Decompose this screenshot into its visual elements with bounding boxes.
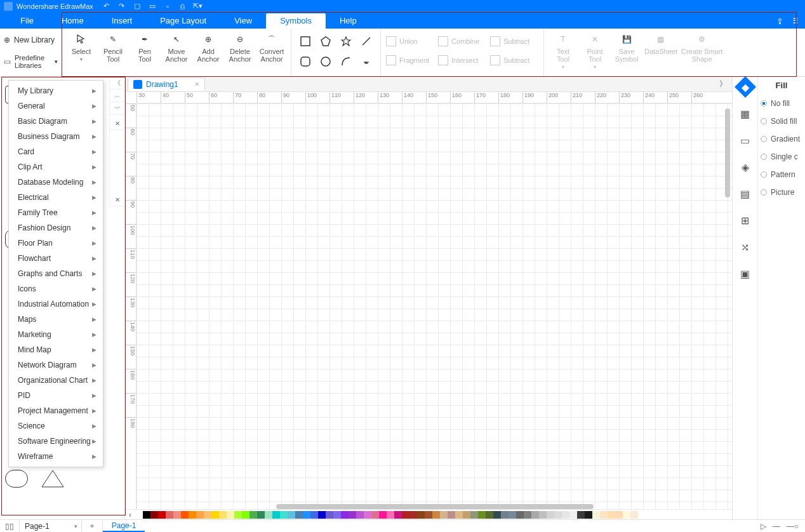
- layers-tool-icon[interactable]: ◈: [738, 159, 753, 175]
- shape-square[interactable]: [296, 32, 314, 50]
- color-swatch[interactable]: [242, 511, 249, 519]
- library-menu-item[interactable]: Basic Diagram▶: [9, 114, 103, 129]
- select-tool[interactable]: Select▾: [67, 32, 95, 62]
- color-swatch[interactable]: [432, 511, 440, 519]
- color-swatch[interactable]: [516, 511, 524, 519]
- close-panel2-icon[interactable]: ✕: [110, 194, 124, 206]
- active-page-tab[interactable]: Page-1: [103, 520, 145, 532]
- library-menu-item[interactable]: Project Management▶: [9, 403, 103, 418]
- color-swatch[interactable]: [257, 511, 265, 519]
- color-swatch[interactable]: [440, 511, 448, 519]
- tab-help[interactable]: Help: [326, 13, 371, 29]
- color-swatch[interactable]: [569, 511, 577, 519]
- library-menu-item[interactable]: Family Tree▶: [9, 205, 103, 220]
- color-swatch[interactable]: [417, 511, 425, 519]
- vertical-scrollbar[interactable]: [725, 109, 730, 197]
- library-menu-item[interactable]: Wireframe▶: [9, 449, 103, 464]
- color-swatch[interactable]: [524, 511, 531, 519]
- library-menu-item[interactable]: Maps▶: [9, 312, 103, 327]
- color-swatch[interactable]: [173, 511, 181, 519]
- library-menu-item[interactable]: Floor Plan▶: [9, 236, 103, 251]
- shape-star[interactable]: [337, 32, 355, 50]
- canvas[interactable]: [136, 103, 732, 509]
- shape-spiral[interactable]: [357, 53, 375, 70]
- new-icon[interactable]: ▢: [133, 2, 142, 11]
- library-dropdown-menu[interactable]: My Library▶General▶Basic Diagram▶Busines…: [8, 80, 103, 467]
- color-swatch[interactable]: [615, 511, 623, 519]
- color-swatch[interactable]: [333, 511, 341, 519]
- color-swatch[interactable]: [211, 511, 219, 519]
- library-menu-item[interactable]: Science▶: [9, 418, 103, 434]
- color-swatch[interactable]: [585, 511, 592, 519]
- library-menu-item[interactable]: Clip Art▶: [9, 159, 103, 175]
- expand-icon[interactable]: 》: [719, 79, 727, 90]
- add-page-button[interactable]: ＋: [82, 520, 103, 532]
- shape-circle[interactable]: [317, 53, 335, 70]
- present-tool-icon[interactable]: ▣: [738, 266, 753, 281]
- color-swatch[interactable]: [280, 511, 288, 519]
- fill-solid[interactable]: Solid fill: [761, 117, 802, 126]
- zoom-out-icon[interactable]: —: [773, 522, 780, 531]
- color-swatch[interactable]: [219, 511, 227, 519]
- image-tool-icon[interactable]: ▭: [738, 133, 753, 148]
- tab-view[interactable]: View: [220, 13, 266, 29]
- library-menu-item[interactable]: Mind Map▶: [9, 342, 103, 357]
- collapse-icon[interactable]: 《: [110, 77, 124, 90]
- color-swatch[interactable]: [158, 511, 166, 519]
- color-swatch[interactable]: [364, 511, 371, 519]
- library-menu-item[interactable]: Business Diagram▶: [9, 129, 103, 144]
- close-tab-icon[interactable]: ×: [195, 80, 199, 89]
- color-swatch[interactable]: [630, 511, 638, 519]
- pen-tool[interactable]: ✒Pen Tool: [131, 32, 159, 63]
- shuffle-tool-icon[interactable]: ⤭: [738, 239, 753, 255]
- color-swatch[interactable]: [470, 511, 478, 519]
- color-swatch[interactable]: [387, 511, 394, 519]
- color-swatch[interactable]: [356, 511, 364, 519]
- save-icon[interactable]: ▫: [163, 2, 172, 11]
- open-icon[interactable]: ▭: [148, 2, 157, 11]
- add-anchor-tool[interactable]: ⊕Add Anchor: [194, 32, 222, 63]
- library-menu-item[interactable]: My Library▶: [9, 83, 103, 98]
- undo-icon[interactable]: ↶: [102, 2, 111, 11]
- color-swatch[interactable]: [562, 511, 569, 519]
- fill-tool-icon[interactable]: ◆: [735, 76, 756, 98]
- predefine-libraries-button[interactable]: ▭ Predefine Libraries▾: [4, 53, 58, 70]
- up-icon[interactable]: ︿: [110, 90, 124, 102]
- color-swatch[interactable]: [501, 511, 509, 519]
- color-swatch[interactable]: [143, 511, 150, 519]
- fill-single[interactable]: Single c: [761, 152, 802, 161]
- fill-gradient[interactable]: Gradient: [761, 135, 802, 143]
- color-swatch[interactable]: [409, 511, 417, 519]
- library-menu-item[interactable]: General▶: [9, 98, 103, 114]
- color-swatch[interactable]: [135, 511, 143, 519]
- color-swatch[interactable]: [196, 511, 204, 519]
- color-swatch[interactable]: [379, 511, 387, 519]
- color-swatch[interactable]: [310, 511, 318, 519]
- color-swatch[interactable]: [600, 511, 608, 519]
- drawing-tab[interactable]: Drawing1 ×: [128, 77, 205, 91]
- shape-line[interactable]: [357, 32, 375, 50]
- color-swatch[interactable]: [455, 511, 463, 519]
- color-swatch[interactable]: [463, 511, 470, 519]
- color-swatch[interactable]: [272, 511, 280, 519]
- color-swatch[interactable]: [608, 511, 615, 519]
- color-swatch[interactable]: [577, 511, 585, 519]
- color-swatch[interactable]: [249, 511, 257, 519]
- color-swatch[interactable]: [425, 511, 432, 519]
- color-swatch[interactable]: [166, 511, 173, 519]
- tab-symbols[interactable]: Symbols: [266, 13, 326, 29]
- color-swatch[interactable]: [478, 511, 486, 519]
- color-swatch[interactable]: [547, 511, 554, 519]
- pages-icon[interactable]: ▯▯: [0, 522, 19, 531]
- tab-insert[interactable]: Insert: [98, 13, 147, 29]
- page-tool-icon[interactable]: ▤: [738, 186, 753, 201]
- color-swatch[interactable]: [402, 511, 409, 519]
- shape-arc[interactable]: [337, 53, 355, 70]
- color-swatch[interactable]: [150, 511, 158, 519]
- library-menu-item[interactable]: Software Engineering▶: [9, 434, 103, 449]
- down-icon[interactable]: ﹀: [110, 102, 124, 115]
- color-swatch[interactable]: [295, 511, 303, 519]
- chart-tool-icon[interactable]: ⊞: [738, 213, 753, 228]
- color-swatch[interactable]: [227, 511, 234, 519]
- library-menu-item[interactable]: Organizational Chart▶: [9, 373, 103, 388]
